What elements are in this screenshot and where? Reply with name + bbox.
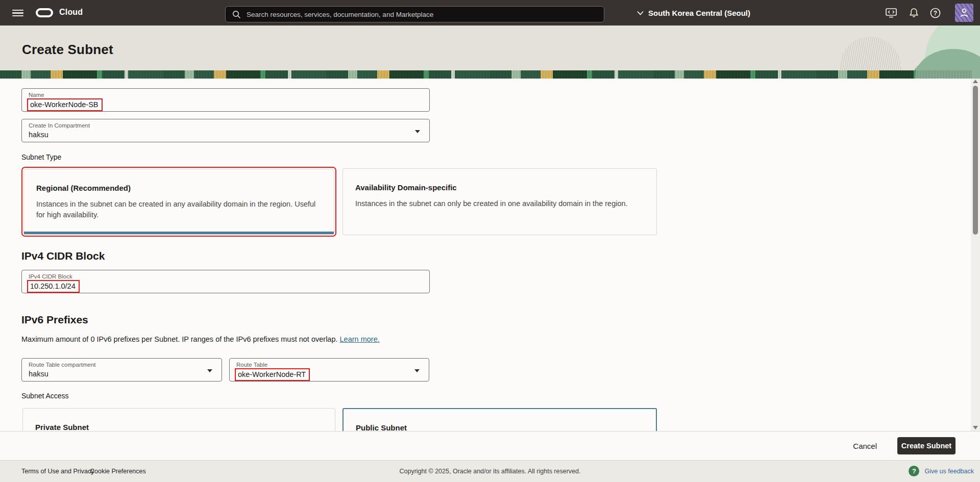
name-field[interactable]: Name oke-WorkerNode-SB (21, 88, 430, 112)
name-annotation-red-box: oke-WorkerNode-SB (27, 98, 103, 111)
option-title: Private Subnet (35, 423, 89, 432)
top-navigation-bar: Cloud Search resources, services, docume… (0, 0, 980, 26)
route-table-value: oke-WorkerNode-RT (238, 370, 306, 378)
option-title: Availability Domain-specific (355, 183, 457, 192)
ipv4-cidr-field[interactable]: IPv4 CIDR Block 10.250.1.0/24 (21, 270, 430, 293)
decor-green-strip (0, 70, 971, 79)
page-footer: Terms of Use and Privacy Cookie Preferen… (0, 460, 980, 482)
option-title: Regional (Recommended) (36, 184, 131, 192)
scroll-down-icon[interactable] (973, 426, 978, 429)
ipv4-section-heading: IPv4 CIDR Block (21, 250, 105, 262)
route-table-select[interactable]: Route Table oke-WorkerNode-RT (229, 358, 429, 382)
svg-text:?: ? (933, 9, 937, 16)
user-icon (959, 7, 969, 18)
cidr-annotation-red-box: 10.250.1.0/24 (27, 280, 80, 293)
notifications-bell-icon[interactable] (904, 0, 923, 26)
feedback-help-icon[interactable]: ? (909, 466, 919, 476)
create-subnet-button[interactable]: Create Subnet (897, 437, 955, 454)
route-table-compartment-value: haksu (29, 370, 48, 378)
region-selector[interactable]: South Korea Central (Seoul) (637, 0, 750, 26)
cancel-button[interactable]: Cancel (853, 442, 877, 450)
option-description: Instances in the subnet can be created i… (36, 199, 323, 220)
subnet-access-label: Subnet Access (21, 392, 69, 400)
ipv4-cidr-field-value: 10.250.1.0/24 (30, 282, 76, 290)
feedback-link[interactable]: Give us feedback (924, 468, 974, 475)
help-icon[interactable]: ? (926, 0, 944, 26)
option-description: Instances in the subnet can only be crea… (355, 198, 645, 209)
menu-icon[interactable] (12, 10, 23, 16)
select-chevron-icon (414, 369, 420, 372)
page-header: Create Subnet (0, 26, 980, 79)
cloud-shell-console-icon[interactable] (882, 0, 900, 26)
select-chevron-icon (415, 130, 420, 133)
selected-indicator (24, 232, 334, 234)
ipv6-description-text: Maximum amount of 0 IPv6 prefixes per Su… (21, 335, 338, 343)
copyright-text: Copyright © 2025, Oracle and/or its affi… (0, 468, 980, 475)
form-action-bar: Cancel Create Subnet (0, 431, 980, 460)
ipv6-section-heading: IPv6 Prefixes (21, 314, 88, 326)
scrollbar-track[interactable] (971, 79, 980, 431)
brand-label[interactable]: Cloud (59, 8, 83, 17)
subnet-type-option-regional[interactable]: Regional (Recommended) Instances in the … (23, 169, 334, 235)
compartment-select-label: Create In Compartment (29, 122, 90, 129)
ipv4-cidr-field-label: IPv4 CIDR Block (29, 273, 72, 280)
route-table-compartment-select[interactable]: Route Table compartment haksu (21, 358, 222, 382)
route-table-compartment-label: Route Table compartment (29, 362, 95, 368)
feedback-group: ? Give us feedback (909, 466, 974, 476)
compartment-select[interactable]: Create In Compartment haksu (21, 119, 430, 142)
search-icon (232, 10, 241, 19)
scrollbar-thumb[interactable] (973, 86, 978, 235)
oracle-logo[interactable] (36, 8, 53, 17)
form-content: Name oke-WorkerNode-SB Create In Compart… (0, 79, 971, 431)
search-placeholder: Search resources, services, documentatio… (247, 11, 433, 18)
route-table-label: Route Table (236, 362, 267, 368)
compartment-select-value: haksu (29, 131, 48, 139)
subnet-type-option-ad-specific[interactable]: Availability Domain-specific Instances i… (342, 168, 657, 235)
subnet-type-label: Subnet Type (21, 153, 61, 161)
route-table-annotation-red-box: oke-WorkerNode-RT (235, 368, 310, 381)
name-field-value: oke-WorkerNode-SB (30, 100, 99, 109)
search-input[interactable]: Search resources, services, documentatio… (225, 6, 604, 22)
select-chevron-icon (207, 369, 212, 372)
ipv6-description: Maximum amount of 0 IPv6 prefixes per Su… (21, 335, 380, 343)
name-field-label: Name (29, 92, 44, 98)
page-title: Create Subnet (22, 42, 113, 58)
learn-more-link[interactable]: Learn more. (340, 335, 380, 343)
chevron-down-icon (637, 11, 644, 15)
profile-avatar[interactable] (955, 4, 973, 22)
region-label: South Korea Central (Seoul) (648, 9, 750, 17)
scroll-up-icon[interactable] (973, 80, 978, 83)
create-subnet-screen: Cloud Search resources, services, docume… (0, 0, 980, 482)
